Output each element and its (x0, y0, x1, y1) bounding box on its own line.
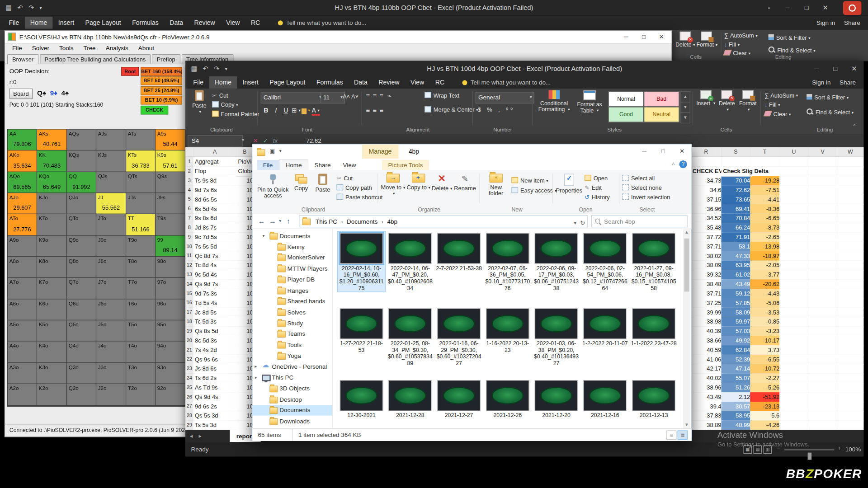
cell-style-normal[interactable]: Normal (609, 91, 644, 107)
cut-button[interactable]: ✂Cut (212, 92, 228, 99)
cell-w16[interactable] (837, 298, 863, 308)
cell-s16[interactable]: 57.85 (722, 298, 753, 308)
cell-s5[interactable]: 73.65 (722, 195, 753, 205)
hand-cell-K5o[interactable]: K5o (37, 320, 66, 341)
cell-v21[interactable] (808, 345, 838, 355)
hand-cell-J2o[interactable]: J2o (96, 384, 126, 405)
col-header-s[interactable]: S (722, 147, 751, 157)
hand-cell-AKs[interactable]: AKs40.761 (37, 130, 66, 150)
cell-u24[interactable] (779, 374, 809, 384)
tab-file[interactable]: File (257, 160, 279, 169)
cell-a19[interactable]: Qs 8s 5d (193, 326, 238, 336)
scrollbar-thumb[interactable] (684, 239, 689, 292)
cell-r29[interactable]: 38.89 (691, 421, 723, 430)
delete-cells-button[interactable]: Delete (717, 90, 737, 113)
row-number-1[interactable]: 1 (185, 157, 193, 167)
cell-s12[interactable]: 63.95 (722, 261, 753, 271)
maximize-button[interactable]: □ (797, 0, 816, 15)
action-button-4[interactable]: BET 10 (9.9%) (141, 96, 182, 105)
cell-a11[interactable]: Qc 8d 7s (193, 251, 238, 261)
fill-button[interactable]: ↓Fill (764, 101, 780, 108)
zoom-out-icon[interactable]: − (777, 442, 780, 454)
sidebar-item-shared-hands[interactable]: Shared hands (252, 296, 332, 306)
row-number-11[interactable]: 11 (185, 251, 193, 261)
cell-u12[interactable] (779, 261, 809, 271)
hand-cell-K2o[interactable]: K2o (37, 384, 66, 405)
cell-s23[interactable]: 47.14 (722, 364, 753, 374)
hand-cell-A9o[interactable]: A9o (8, 236, 37, 256)
cell-r22[interactable]: 41.06 (691, 355, 723, 365)
file-item[interactable]: 2022-02-06, 02-54_PM_$0.06, $0.12_#10747… (581, 232, 629, 291)
cell-u17[interactable] (779, 308, 809, 318)
file-item[interactable]: 2-7-2022 21-53-38 (435, 232, 482, 272)
file-item[interactable]: 2021-12-20 (533, 379, 580, 419)
hand-cell-K6o[interactable]: K6o (37, 299, 66, 319)
hand-cell-T2o[interactable]: T2o (126, 384, 155, 405)
hand-cell-KJo[interactable]: KJo (37, 193, 66, 213)
cell-u6[interactable] (779, 204, 809, 214)
col-header-u[interactable]: U (779, 147, 809, 157)
easy-access-button[interactable]: Easy access (511, 187, 557, 194)
row-number-10[interactable]: 10 (185, 242, 193, 252)
cell-w3[interactable] (837, 176, 863, 186)
delete-button[interactable]: ✕ Delete (432, 173, 452, 207)
clear-button[interactable]: Clear (724, 50, 750, 56)
cell-s29[interactable]: 48.99 (722, 421, 753, 430)
format-painter-button[interactable]: Format Painter (212, 111, 259, 117)
cell-r7[interactable]: 34.52 (691, 214, 723, 224)
cell-t3[interactable]: -19.28 (750, 176, 782, 186)
hand-cell-97o[interactable]: 97o (156, 278, 185, 299)
cell-s6[interactable]: 69.41 (722, 204, 753, 214)
cell-a20[interactable]: 8c 5d 3s (193, 336, 238, 346)
file-item[interactable]: 2021-12-13 (630, 379, 677, 419)
cell-s11[interactable]: 47.33 (722, 251, 753, 261)
cell-t16[interactable]: -5.06 (750, 298, 782, 308)
tab-home[interactable]: Home (279, 160, 308, 170)
cell-r23[interactable]: 42.17 (691, 364, 723, 374)
cell-r12[interactable]: 38.09 (691, 261, 723, 271)
cell-s7[interactable]: 70.84 (722, 214, 753, 224)
hand-cell-K9o[interactable]: K9o (37, 236, 66, 256)
cell-v29[interactable] (808, 421, 838, 430)
cell-a23[interactable]: Js 8d 6s (193, 364, 238, 374)
hand-cell-QJs[interactable]: QJs (96, 172, 126, 192)
cell-w27[interactable] (837, 402, 863, 412)
cell-r25[interactable]: 38.96 (691, 383, 723, 393)
normal-view-icon[interactable]: ▦ (743, 446, 751, 454)
cell-r17[interactable]: 39.99 (691, 308, 723, 318)
cell-r4[interactable]: 34.6 (691, 185, 723, 195)
cell-r2[interactable]: CHECK EV (691, 167, 723, 177)
minimize-button[interactable]: ─ (807, 61, 826, 76)
recorder-app-icon[interactable] (843, 1, 861, 15)
cell-t25[interactable]: -5.26 (750, 383, 782, 393)
hand-cell-Q8o[interactable]: Q8o (67, 257, 96, 277)
format-cells-button[interactable]: Format (738, 90, 758, 113)
cell-u20[interactable] (779, 336, 809, 346)
paste-shortcut-button[interactable]: Paste shortcut (336, 194, 382, 201)
sidebar-item-documents[interactable]: Documents (252, 405, 332, 416)
pio-tab-3[interactable]: Preflop (152, 54, 180, 64)
file-item[interactable]: 2022-01-27, 09-16_PM_$0.08, $0.15_#10574… (630, 232, 677, 291)
row-number-12[interactable]: 12 (185, 261, 193, 271)
row-number-24[interactable]: 24 (185, 374, 193, 384)
customize-qat-icon[interactable]: ▾ (225, 66, 227, 71)
hand-cell-J9s[interactable]: J9s (156, 193, 185, 213)
row-number-3[interactable]: 3 (185, 176, 193, 186)
cell-s26[interactable]: 2.12 (722, 392, 753, 402)
hand-cell-K7o[interactable]: K7o (37, 278, 66, 299)
action-button-5[interactable]: CHECK (141, 105, 168, 114)
hand-cell-QJo[interactable]: QJo (67, 193, 96, 213)
cell-r14[interactable]: 38.48 (691, 279, 723, 289)
row-number-9[interactable]: 9 (185, 232, 193, 242)
cell-s17[interactable]: 58.09 (722, 308, 753, 318)
page-break-view-icon[interactable]: ▥ (764, 446, 772, 454)
hand-cell-QTo[interactable]: QTo (67, 214, 96, 235)
hand-cell-Q6o[interactable]: Q6o (67, 299, 96, 319)
cell-a10[interactable]: 7s 5s 5d (193, 242, 238, 252)
cell-t26[interactable]: -51.92 (750, 392, 782, 402)
new-folder-button[interactable]: New folder (483, 173, 509, 207)
hand-cell-96o[interactable]: 96o (156, 299, 185, 319)
cell-a21[interactable]: 7s 4s 2d (193, 345, 238, 355)
zoom-slider[interactable] (784, 449, 834, 450)
cell-w15[interactable] (837, 289, 863, 299)
